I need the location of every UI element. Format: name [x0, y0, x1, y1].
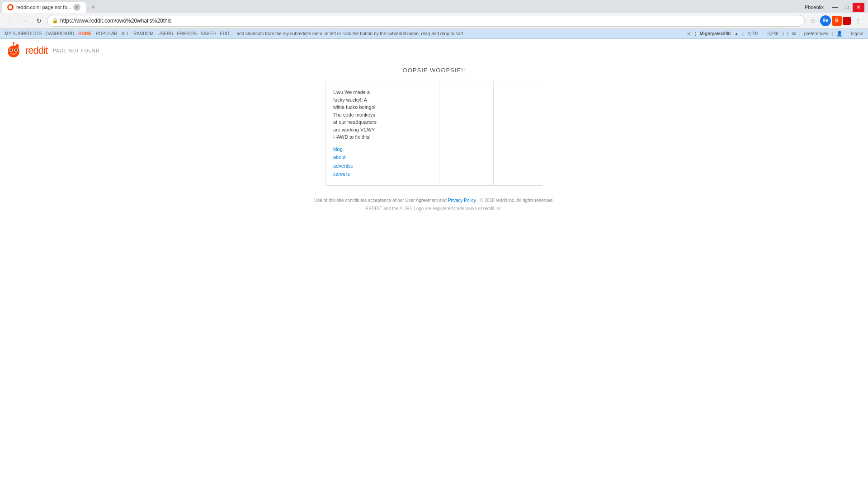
nav-home[interactable]: HOME	[78, 31, 92, 36]
close-button[interactable]: ✕	[853, 3, 864, 12]
privacy-policy-text: Privacy Policy	[448, 198, 476, 203]
browser-chrome: reddit.com: page not fo... ✕ + Phoeniix …	[0, 0, 868, 29]
browser-tab-bar: reddit.com: page not fo... ✕ + Phoeniix …	[0, 0, 868, 13]
profile-avatar[interactable]: Re	[820, 15, 831, 26]
logout-link[interactable]: logout	[851, 31, 863, 36]
user-avatar-icon: 👤	[836, 31, 843, 37]
reddit-alien-icon	[5, 42, 23, 60]
footer-and: and	[439, 198, 447, 203]
karma-icon: ▲	[734, 31, 739, 36]
nav-users[interactable]: USERS	[157, 31, 173, 36]
karma-post-score: 4,234	[747, 31, 759, 36]
blog-link[interactable]: blog	[333, 145, 377, 153]
nav-my-subreddits[interactable]: MY SUBREDDITS	[5, 31, 42, 36]
browser-tab-active[interactable]: reddit.com: page not fo... ✕	[2, 2, 86, 13]
error-links: blog about advertise careers	[333, 145, 377, 178]
reddit-logo[interactable]: reddit	[5, 42, 47, 60]
careers-link[interactable]: careers	[333, 170, 377, 178]
error-panel: Uwu We made a fucky wucky!! A wittle fuc…	[326, 81, 542, 186]
bookmark-button[interactable]: ☆	[807, 14, 819, 27]
error-image-col-2	[439, 81, 493, 185]
back-button[interactable]: ←	[4, 14, 16, 27]
nav-popular[interactable]: POPULAR	[96, 31, 118, 36]
new-tab-button[interactable]: +	[88, 2, 99, 13]
user-agreement-text: User Agreement	[405, 198, 438, 203]
shortcut-hint: add shortcuts from the my subreddits men…	[236, 31, 463, 36]
expand-button[interactable]: ⟩⟨	[687, 31, 691, 36]
nav-all[interactable]: ALL	[121, 31, 129, 36]
reddit-top-nav: MY SUBREDDITS · DASHBOARD · HOME · POPUL…	[0, 29, 868, 39]
refresh-button[interactable]: ↻	[33, 14, 45, 27]
window-controls: Phoeniix — □ ✕	[805, 3, 868, 12]
top-nav-right: ⟩⟨ ⟨ Mightyalex200 ▲ ( 4,234 · 3,248 ) |…	[687, 31, 864, 37]
reddit-footer: Use of this site constitutes acceptance …	[208, 197, 660, 213]
maximize-button[interactable]: □	[841, 3, 853, 12]
reddit-main: OOPSIE WOOPSIE!! Uwu We made a fucky wuc…	[208, 62, 660, 217]
privacy-policy-link[interactable]: Privacy Policy	[448, 198, 476, 203]
about-link[interactable]: about	[333, 154, 377, 161]
nav-edit[interactable]: EDIT	[220, 31, 230, 36]
footer-pre-text: Use of this site constitutes acceptance …	[314, 198, 404, 203]
url-text: https://www.reddit.com/owo%20what's%20th…	[60, 18, 171, 24]
svg-point-4	[15, 49, 17, 51]
reddit-wordmark[interactable]: reddit	[25, 45, 47, 56]
svg-point-5	[10, 53, 12, 54]
karma-comment-score: 3,248	[767, 31, 778, 36]
username-label[interactable]: Mightyalex200	[700, 31, 731, 36]
error-heading: OOPSIE WOOPSIE!!	[208, 67, 660, 74]
collapse-button[interactable]: ⟨	[694, 31, 696, 36]
karma-score: (	[742, 31, 744, 36]
nav-dashboard[interactable]: DASHBOARD	[46, 31, 74, 36]
reddit-extension-icon[interactable]: R	[832, 16, 842, 26]
nav-random[interactable]: RANDOM	[133, 31, 153, 36]
browser-toolbar: ← → ↻ 🔒 https://www.reddit.com/owo%20wha…	[0, 13, 868, 29]
footer-copyright: . © 2018 reddit inc. All rights reserved…	[477, 198, 554, 203]
tab-title: reddit.com: page not fo...	[16, 5, 71, 10]
minimize-button[interactable]: —	[829, 3, 841, 12]
tab-close-button[interactable]: ✕	[73, 4, 80, 11]
svg-point-3	[10, 49, 12, 51]
page-not-found-label: PAGE NOT FOUND	[53, 48, 99, 53]
reddit-page: MY SUBREDDITS · DASHBOARD · HOME · POPUL…	[0, 29, 868, 488]
error-image-col-1	[385, 81, 439, 185]
advertise-link[interactable]: advertise	[333, 162, 377, 170]
preferences-link[interactable]: preferences	[804, 31, 828, 36]
footer-line2: REDDIT and the ALIEN Logo are registered…	[208, 205, 660, 213]
toolbar-right: ☆ Re R ⋮	[807, 14, 864, 27]
svg-point-6	[15, 53, 17, 54]
nav-friends[interactable]: FRIENDS	[177, 31, 197, 36]
more-menu-button[interactable]: ⋮	[852, 14, 864, 27]
error-message: Uwu We made a fucky wucky!! A wittle fuc…	[333, 89, 377, 141]
error-image-col-3	[493, 81, 547, 185]
svg-point-10	[13, 42, 14, 44]
reddit-header: reddit PAGE NOT FOUND	[0, 39, 868, 62]
footer-line1: Use of this site constitutes acceptance …	[208, 197, 660, 205]
nav-saved[interactable]: SAVED	[201, 31, 216, 36]
extension-icon-red[interactable]	[843, 17, 851, 25]
tab-favicon	[7, 4, 14, 10]
inbox-button[interactable]: ✉	[792, 31, 796, 36]
window-title: Phoeniix	[805, 5, 824, 10]
forward-button[interactable]: →	[18, 14, 31, 27]
address-bar[interactable]: 🔒 https://www.reddit.com/owo%20what's%20…	[47, 15, 805, 27]
secure-icon: 🔒	[52, 18, 58, 23]
error-text-column: Uwu We made a fucky wucky!! A wittle fuc…	[326, 81, 385, 185]
